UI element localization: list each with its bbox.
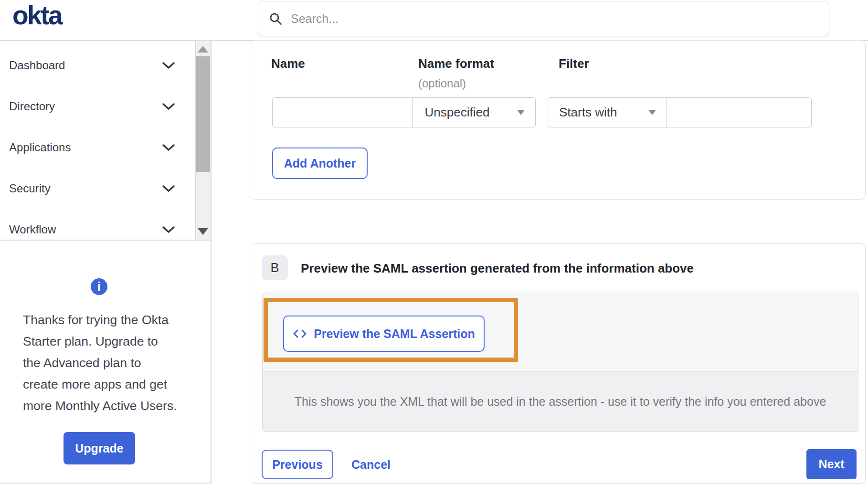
chevron-down-icon — [162, 185, 175, 192]
sidebar-item-label: Workflow — [9, 223, 56, 236]
search-icon — [268, 11, 283, 26]
info-icon: i — [91, 278, 107, 295]
caret-down-icon — [517, 110, 525, 115]
name-format-select[interactable]: Unspecified — [412, 97, 536, 127]
scroll-up-arrow-icon[interactable] — [198, 46, 208, 53]
sidebar-item-label: Security — [9, 182, 51, 195]
sidebar-content-divider — [211, 40, 212, 484]
previous-button[interactable]: Previous — [262, 450, 333, 479]
sidebar-item-label: Dashboard — [9, 59, 65, 72]
chevron-down-icon — [162, 226, 175, 233]
plan-notice-line: more Monthly Active Users. — [23, 395, 187, 417]
search-input[interactable] — [290, 1, 829, 36]
preview-description: This shows you the XML that will be used… — [295, 395, 826, 409]
step-b-badge: B — [262, 255, 288, 280]
filter-operator-selected-value: Starts with — [559, 105, 617, 120]
plan-notice-line: the Advanced plan to — [23, 352, 187, 374]
chevron-down-icon — [162, 62, 175, 69]
plan-notice-line: create more apps and get — [23, 374, 187, 395]
chevron-down-icon — [162, 144, 175, 151]
upgrade-button[interactable]: Upgrade — [64, 432, 135, 464]
name-column-label: Name — [271, 56, 305, 71]
preview-section-title: Preview the SAML assertion generated fro… — [301, 261, 694, 276]
sidebar-item-dashboard[interactable]: Dashboard — [0, 51, 195, 80]
filter-operator-select[interactable]: Starts with — [548, 97, 667, 127]
add-another-button[interactable]: Add Another — [272, 148, 368, 179]
sidebar-bottom-divider — [0, 240, 211, 241]
global-search[interactable] — [258, 1, 829, 36]
okta-admin-page: okta Dashboard Directory Applications Se… — [0, 0, 868, 485]
chevron-down-icon — [162, 103, 175, 110]
page-bottom-divider — [0, 483, 211, 484]
cancel-button[interactable]: Cancel — [351, 450, 391, 479]
caret-down-icon — [648, 110, 656, 115]
preview-button-label: Preview the SAML Assertion — [314, 327, 475, 341]
preview-saml-assertion-button[interactable]: Preview the SAML Assertion — [283, 316, 485, 352]
name-format-column-label: Name format — [418, 56, 494, 71]
okta-logo: okta — [12, 0, 62, 31]
plan-notice-line: Starter plan. Upgrade to — [23, 331, 187, 352]
code-brackets-icon — [293, 328, 307, 339]
sidebar-item-label: Applications — [9, 141, 71, 154]
filter-column-label: Filter — [559, 56, 589, 71]
next-button[interactable]: Next — [806, 449, 857, 479]
name-format-selected-value: Unspecified — [425, 105, 490, 120]
sidebar-item-security[interactable]: Security — [0, 174, 195, 203]
plan-notice: Thanks for trying the Okta Starter plan.… — [23, 309, 187, 417]
plan-notice-line: Thanks for trying the Okta — [23, 309, 187, 331]
filter-value-input[interactable] — [667, 97, 812, 127]
sidebar-item-directory[interactable]: Directory — [0, 92, 195, 121]
name-format-hint: (optional) — [418, 77, 466, 90]
scroll-down-arrow-icon[interactable] — [198, 228, 208, 235]
sidebar-item-label: Directory — [9, 100, 55, 113]
preview-panel-footer: This shows you the XML that will be used… — [263, 371, 858, 432]
sidebar-scrollbar-thumb[interactable] — [196, 56, 210, 172]
attribute-name-input[interactable] — [272, 97, 413, 127]
sidebar-item-applications[interactable]: Applications — [0, 133, 195, 162]
